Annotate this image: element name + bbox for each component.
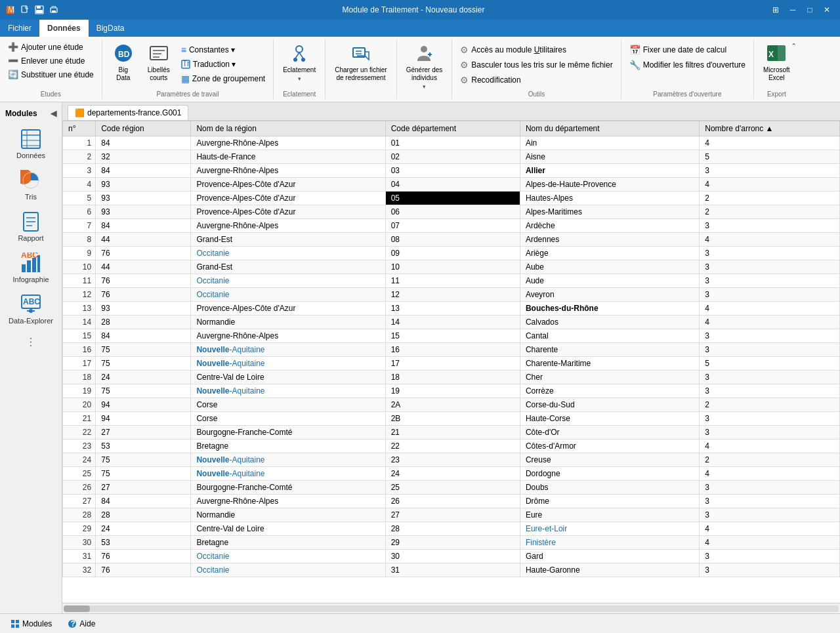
basculer-tris-btn[interactable]: ⚙ Basculer tous les tris sur le même fic… bbox=[457, 58, 615, 71]
cell-nom-dept: Eure-et-Loir bbox=[520, 522, 699, 536]
charger-btn[interactable]: Charger un fichierde redressement bbox=[331, 41, 390, 84]
table-row[interactable]: 3276Occitanie31Haute-Garonne3 bbox=[63, 563, 840, 577]
cell-n: 4 bbox=[63, 178, 96, 192]
cell-nom-dept: Côte-d'Or bbox=[520, 426, 699, 439]
table-row[interactable]: 1176Occitanie11Aude3 bbox=[63, 274, 840, 288]
cell-nom-dept: Ain bbox=[520, 136, 699, 150]
table-row[interactable]: 593Provence-Alpes-Côte d'Azur05Hautes-Al… bbox=[63, 192, 840, 205]
svg-line-18 bbox=[299, 52, 303, 58]
traduction-btn[interactable]: Tr Traduction ▾ bbox=[178, 58, 268, 70]
substituer-etude-btn[interactable]: 🔄 Substituer une étude bbox=[5, 68, 96, 81]
zone-groupement-btn[interactable]: ▦ Zone de groupement bbox=[178, 72, 268, 85]
table-row[interactable]: 493Provence-Alpes-Côte d'Azur04Alpes-de-… bbox=[63, 178, 840, 192]
cell-nom-dept: Bouches-du-Rhône bbox=[520, 302, 699, 316]
cell-nom-dept: Ariège bbox=[520, 247, 699, 260]
table-row[interactable]: 1428Normandie14Calvados4 bbox=[63, 316, 840, 329]
constantes-btn[interactable]: ≡ Constantes ▾ bbox=[178, 43, 268, 56]
svg-point-19 bbox=[293, 58, 297, 62]
cell-code-region: 53 bbox=[96, 439, 191, 453]
fixer-date-btn[interactable]: 📅 Fixer une date de calcul bbox=[627, 43, 748, 56]
modules-bottom-btn[interactable]: Modules bbox=[5, 617, 57, 630]
sidebar-more-dots[interactable]: ··· bbox=[25, 337, 37, 348]
table-row[interactable]: 1276Occitanie12Aveyron3 bbox=[63, 288, 840, 302]
cell-n: 18 bbox=[63, 371, 96, 384]
cell-code-dept: 18 bbox=[385, 371, 520, 384]
scroll-track[interactable] bbox=[64, 605, 839, 612]
menu-fichier[interactable]: Fichier bbox=[0, 20, 39, 37]
cell-n: 28 bbox=[63, 508, 96, 522]
table-row[interactable]: 2227Bourgogne-Franche-Comté21Côte-d'Or3 bbox=[63, 426, 840, 439]
maximize-btn[interactable]: □ bbox=[802, 3, 818, 16]
modifier-filtres-btn[interactable]: 🔧 Modifier les filtres d'ouverture bbox=[627, 58, 748, 71]
bigdata-btn[interactable]: BD BigData bbox=[108, 41, 139, 84]
close-btn[interactable]: ✕ bbox=[819, 3, 835, 16]
table-container[interactable]: n° Code région Nom de la région Code dép… bbox=[62, 121, 840, 603]
ajouter-etude-btn[interactable]: ➕ Ajouter une étude bbox=[5, 41, 96, 53]
sidebar-item-rapport[interactable]: Rapport bbox=[5, 207, 57, 246]
table-row[interactable]: 1044Grand-Est10Aube3 bbox=[63, 260, 840, 274]
table-row[interactable]: 2627Bourgogne-Franche-Comté25Doubs3 bbox=[63, 481, 840, 495]
cell-code-region: 84 bbox=[96, 219, 191, 233]
sidebar-item-tris[interactable]: Tris bbox=[5, 166, 57, 205]
eclatement-btn[interactable]: Eclatement ▾ bbox=[279, 41, 320, 84]
sidebar-item-donnees[interactable]: Données bbox=[5, 125, 57, 163]
table-row[interactable]: 2828Normandie27Eure3 bbox=[63, 508, 840, 522]
cell-nom-dept: Aveyron bbox=[520, 288, 699, 302]
menu-bigdata[interactable]: BigData bbox=[89, 20, 133, 37]
menu-donnees[interactable]: Données bbox=[39, 20, 89, 37]
table-row[interactable]: 784Auvergne-Rhône-Alpes07Ardèche3 bbox=[63, 219, 840, 233]
table-row[interactable]: 1393Provence-Alpes-Côte d'Azur13Bouches-… bbox=[63, 302, 840, 316]
acces-utilitaires-btn[interactable]: ⚙ Accès au module Utilitaires bbox=[457, 43, 615, 56]
cell-nb-arrond: 3 bbox=[700, 495, 840, 508]
cell-code-dept: 17 bbox=[385, 357, 520, 371]
filter-icon: 🔧 bbox=[629, 60, 640, 70]
recodification-btn[interactable]: ⚙ Recodification bbox=[457, 73, 615, 87]
table-row[interactable]: 3053Bretagne29Finistère4 bbox=[63, 536, 840, 550]
table-row[interactable]: 184Auvergne-Rhône-Alpes01Ain4 bbox=[63, 136, 840, 150]
settings-btn[interactable]: ⊞ bbox=[768, 3, 784, 16]
horizontal-scrollbar[interactable] bbox=[62, 603, 840, 613]
table-row[interactable]: 693Provence-Alpes-Côte d'Azur06Alpes-Mar… bbox=[63, 205, 840, 219]
save-icon[interactable] bbox=[34, 5, 45, 15]
cell-nom-region: Nouvelle-Aquitaine bbox=[191, 343, 385, 357]
aide-bottom-btn[interactable]: ? Aide bbox=[62, 617, 100, 630]
cell-code-dept: 19 bbox=[385, 384, 520, 398]
table-row[interactable]: 2575Nouvelle-Aquitaine24Dordogne4 bbox=[63, 467, 840, 481]
sidebar-item-infographie[interactable]: ABC Infographie bbox=[5, 249, 57, 287]
libelles-courts-btn[interactable]: Libelléscourts bbox=[143, 41, 175, 84]
table-row[interactable]: 1675Nouvelle-Aquitaine16Charente3 bbox=[63, 343, 840, 357]
cell-nom-region: Bourgogne-Franche-Comté bbox=[191, 481, 385, 495]
enlever-etude-btn[interactable]: ➖ Enlever une étude bbox=[5, 54, 96, 67]
table-row[interactable]: 2475Nouvelle-Aquitaine23Creuse2 bbox=[63, 453, 840, 467]
cell-nom-region: Corse bbox=[191, 412, 385, 426]
table-row[interactable]: 1584Auvergne-Rhône-Alpes15Cantal3 bbox=[63, 329, 840, 343]
sidebar-toggle-btn[interactable]: ◀ bbox=[51, 109, 56, 118]
new-file-icon[interactable] bbox=[20, 5, 30, 15]
table-row[interactable]: 2784Auvergne-Rhône-Alpes26Drôme3 bbox=[63, 495, 840, 508]
print-icon[interactable] bbox=[49, 5, 59, 15]
excel-btn[interactable]: X MicrosoftExcel bbox=[759, 41, 794, 84]
cell-code-region: 75 bbox=[96, 357, 191, 371]
table-row[interactable]: 2094Corse2ACorse-du-Sud2 bbox=[63, 398, 840, 412]
cell-code-region: 94 bbox=[96, 412, 191, 426]
sidebar-item-data-explorer[interactable]: ABC Data-Explorer bbox=[5, 290, 57, 329]
table-row[interactable]: 232Hauts-de-France02Aisne5 bbox=[63, 150, 840, 164]
table-row[interactable]: 1824Centre-Val de Loire18Cher3 bbox=[63, 371, 840, 384]
cell-code-dept: 03 bbox=[385, 164, 520, 178]
cell-code-dept: 31 bbox=[385, 563, 520, 577]
table-row[interactable]: 2194Corse2BHaute-Corse3 bbox=[63, 412, 840, 426]
individus-btn[interactable]: Générer desindividus ▾ bbox=[402, 41, 447, 92]
tab-departements[interactable]: 🟧 departements-france.G001 bbox=[68, 105, 188, 120]
table-row[interactable]: 976Occitanie09Ariège3 bbox=[63, 247, 840, 260]
minimize-btn[interactable]: ─ bbox=[785, 3, 801, 16]
ribbon-collapse-btn[interactable]: ⌃ bbox=[791, 42, 797, 51]
table-row[interactable]: 384Auvergne-Rhône-Alpes03Allier3 bbox=[63, 164, 840, 178]
table-row[interactable]: 2353Bretagne22Côtes-d'Armor4 bbox=[63, 439, 840, 453]
cell-nom-region: Provence-Alpes-Côte d'Azur bbox=[191, 302, 385, 316]
scroll-thumb[interactable] bbox=[64, 605, 90, 612]
table-row[interactable]: 3176Occitanie30Gard3 bbox=[63, 550, 840, 563]
table-row[interactable]: 1975Nouvelle-Aquitaine19Corrèze3 bbox=[63, 384, 840, 398]
table-row[interactable]: 1775Nouvelle-Aquitaine17Charente-Maritim… bbox=[63, 357, 840, 371]
table-row[interactable]: 2924Centre-Val de Loire28Eure-et-Loir4 bbox=[63, 522, 840, 536]
table-row[interactable]: 844Grand-Est08Ardennes4 bbox=[63, 233, 840, 247]
